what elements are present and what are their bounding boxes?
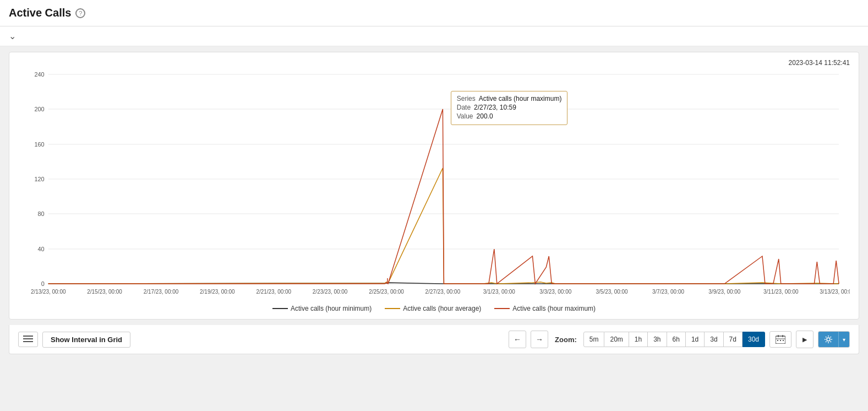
- svg-rect-32: [23, 338, 33, 339]
- svg-text:2/25/23, 00:00: 2/25/23, 00:00: [369, 289, 404, 295]
- legend-line-average: [385, 308, 400, 309]
- zoom-20m[interactable]: 20m: [604, 332, 629, 347]
- help-icon[interactable]: ?: [75, 8, 85, 18]
- svg-text:2/13/23, 00:00: 2/13/23, 00:00: [31, 289, 66, 295]
- gear-icon: [824, 335, 833, 344]
- chevron-down-icon: ▾: [843, 337, 845, 343]
- calendar-icon: [776, 335, 785, 344]
- svg-rect-39: [780, 340, 781, 341]
- svg-point-41: [827, 338, 830, 341]
- legend-item-average: Active calls (hour average): [385, 305, 481, 312]
- svg-text:40: 40: [38, 246, 45, 252]
- show-interval-button[interactable]: Show Interval in Grid: [42, 332, 130, 348]
- settings-button[interactable]: [818, 332, 838, 347]
- svg-rect-40: [783, 340, 784, 341]
- svg-text:2/19/23, 00:00: 2/19/23, 00:00: [200, 289, 235, 295]
- zoom-30d[interactable]: 30d: [743, 332, 765, 347]
- svg-text:80: 80: [38, 210, 45, 217]
- page-title: Active Calls: [9, 7, 71, 19]
- svg-text:2/23/23, 00:00: 2/23/23, 00:00: [313, 289, 348, 295]
- chart-container: 2023-03-14 11:52:41 Series Active calls …: [9, 52, 859, 320]
- svg-text:3/11/23, 00:00: 3/11/23, 00:00: [763, 289, 799, 295]
- svg-rect-31: [23, 336, 33, 337]
- svg-text:240: 240: [34, 71, 44, 78]
- svg-rect-38: [777, 340, 778, 341]
- legend-label-minimum: Active calls (hour minimum): [291, 305, 372, 312]
- svg-text:2/15/23, 00:00: 2/15/23, 00:00: [87, 289, 122, 295]
- play-button[interactable]: ▶: [796, 331, 814, 348]
- page-header: Active Calls ?: [0, 0, 868, 26]
- svg-text:3/13/23, 00:00: 3/13/23, 00:00: [820, 289, 850, 295]
- toolbar: Show Interval in Grid ← → Zoom: 5m 20m 1…: [9, 325, 859, 354]
- zoom-1h[interactable]: 1h: [629, 332, 648, 347]
- zoom-3d[interactable]: 3d: [705, 332, 723, 347]
- grid-lines-icon: [23, 336, 33, 343]
- zoom-6h[interactable]: 6h: [667, 332, 686, 347]
- svg-text:120: 120: [34, 176, 44, 182]
- svg-text:2/17/23, 00:00: 2/17/23, 00:00: [144, 289, 179, 295]
- legend-item-maximum: Active calls (hour maximum): [494, 305, 596, 312]
- legend-line-maximum: [494, 308, 510, 309]
- zoom-5m[interactable]: 5m: [583, 332, 605, 347]
- chart-area: Series Active calls (hour maximum) Date …: [18, 69, 850, 300]
- zoom-3h[interactable]: 3h: [648, 332, 667, 347]
- collapse-button[interactable]: ⌄: [9, 31, 16, 41]
- svg-text:3/9/23, 00:00: 3/9/23, 00:00: [708, 289, 740, 295]
- svg-text:0: 0: [41, 280, 45, 287]
- svg-text:160: 160: [34, 141, 44, 148]
- settings-group: ▾: [818, 331, 850, 348]
- zoom-group: 5m 20m 1h 3h 6h 1d 3d 7d 30d: [583, 332, 765, 347]
- zoom-label: Zoom:: [555, 336, 577, 344]
- zoom-1d[interactable]: 1d: [686, 332, 705, 347]
- svg-text:3/5/23, 00:00: 3/5/23, 00:00: [596, 289, 628, 295]
- zoom-7d[interactable]: 7d: [724, 332, 743, 347]
- svg-text:3/7/23, 00:00: 3/7/23, 00:00: [652, 289, 684, 295]
- svg-text:200: 200: [34, 106, 44, 112]
- svg-text:2/21/23, 00:00: 2/21/23, 00:00: [256, 289, 291, 295]
- settings-dropdown-button[interactable]: ▾: [838, 332, 849, 347]
- legend-line-minimum: [272, 308, 288, 309]
- svg-rect-36: [782, 335, 783, 337]
- chart-svg: 0 40 80 120 160 200 240 2/13/23, 00:00 2…: [18, 69, 850, 300]
- svg-text:3/3/23, 00:00: 3/3/23, 00:00: [539, 289, 571, 295]
- nav-prev-button[interactable]: ←: [509, 331, 526, 348]
- chart-timestamp: 2023-03-14 11:52:41: [18, 59, 850, 67]
- chart-legend: Active calls (hour minimum) Active calls…: [18, 300, 850, 315]
- svg-text:2/27/23, 00:00: 2/27/23, 00:00: [425, 289, 461, 295]
- svg-text:3/1/23, 00:00: 3/1/23, 00:00: [483, 289, 515, 295]
- nav-next-button[interactable]: →: [531, 331, 548, 348]
- grid-icon-button[interactable]: [18, 332, 38, 347]
- collapse-row: ⌄: [0, 26, 868, 46]
- svg-rect-33: [23, 341, 33, 342]
- svg-rect-35: [778, 335, 779, 337]
- calendar-button[interactable]: [769, 331, 791, 348]
- legend-item-minimum: Active calls (hour minimum): [272, 305, 372, 312]
- legend-label-maximum: Active calls (hour maximum): [512, 305, 596, 312]
- legend-label-average: Active calls (hour average): [403, 305, 481, 312]
